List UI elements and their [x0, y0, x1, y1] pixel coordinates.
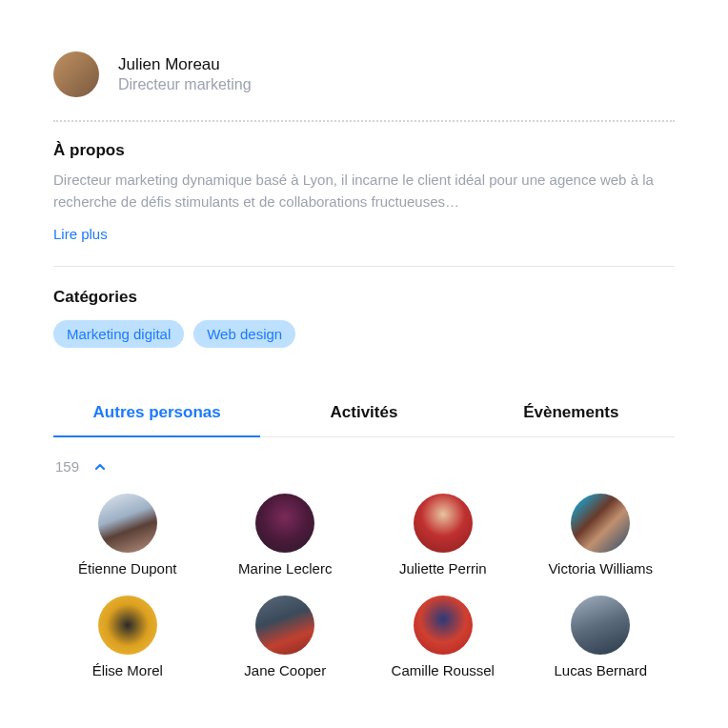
- persona-name: Victoria Williams: [548, 560, 653, 576]
- read-more-link[interactable]: Lire plus: [53, 226, 108, 242]
- about-text: Directeur marketing dynamique basé à Lyo…: [53, 170, 675, 212]
- tabs: Autres personas Activités Évènements: [53, 392, 675, 437]
- profile-name: Julien Moreau: [118, 55, 252, 74]
- avatar: [414, 494, 473, 553]
- personas-count: 159: [55, 458, 79, 475]
- avatar: [414, 596, 473, 655]
- persona-name: Juliette Perrin: [399, 560, 487, 576]
- persona-card[interactable]: Jane Cooper: [212, 596, 360, 678]
- persona-card[interactable]: Victoria Williams: [527, 494, 676, 576]
- profile-header: Julien Moreau Directeur marketing: [53, 51, 675, 97]
- persona-name: Camille Roussel: [392, 662, 495, 678]
- persona-name: Élise Morel: [92, 662, 163, 678]
- avatar: [571, 596, 630, 655]
- avatar: [255, 494, 314, 553]
- persona-name: Jane Cooper: [244, 662, 326, 678]
- avatar: [255, 596, 314, 655]
- tab-activites[interactable]: Activités: [260, 392, 467, 436]
- personas-count-row[interactable]: 159: [53, 458, 675, 475]
- profile-info: Julien Moreau Directeur marketing: [118, 55, 252, 93]
- avatar: [571, 494, 630, 553]
- category-chip[interactable]: Web design: [193, 320, 295, 348]
- persona-card[interactable]: Étienne Dupont: [53, 494, 202, 576]
- category-chip[interactable]: Marketing digital: [53, 320, 184, 348]
- avatar[interactable]: [53, 51, 99, 97]
- persona-name: Marine Leclerc: [238, 560, 332, 576]
- persona-card[interactable]: Juliette Perrin: [369, 494, 517, 576]
- tab-autres-personas[interactable]: Autres personas: [53, 392, 260, 437]
- divider: [53, 120, 675, 122]
- chevron-up-icon: [94, 461, 106, 473]
- about-title: À propos: [53, 141, 675, 160]
- persona-card[interactable]: Lucas Bernard: [527, 596, 676, 678]
- personas-grid: Étienne Dupont Marine Leclerc Juliette P…: [53, 494, 675, 678]
- avatar: [98, 494, 157, 553]
- avatar: [98, 596, 157, 655]
- persona-card[interactable]: Camille Roussel: [369, 596, 517, 678]
- categories-list: Marketing digital Web design: [53, 320, 675, 348]
- categories-section: Catégories Marketing digital Web design: [53, 288, 675, 348]
- categories-title: Catégories: [53, 288, 675, 307]
- divider: [53, 266, 675, 267]
- persona-name: Étienne Dupont: [78, 560, 176, 576]
- about-section: À propos Directeur marketing dynamique b…: [53, 141, 675, 243]
- persona-card[interactable]: Marine Leclerc: [212, 494, 360, 576]
- tab-evenements[interactable]: Évènements: [468, 392, 675, 436]
- persona-name: Lucas Bernard: [554, 662, 647, 678]
- persona-card[interactable]: Élise Morel: [53, 596, 202, 678]
- profile-role: Directeur marketing: [118, 76, 252, 93]
